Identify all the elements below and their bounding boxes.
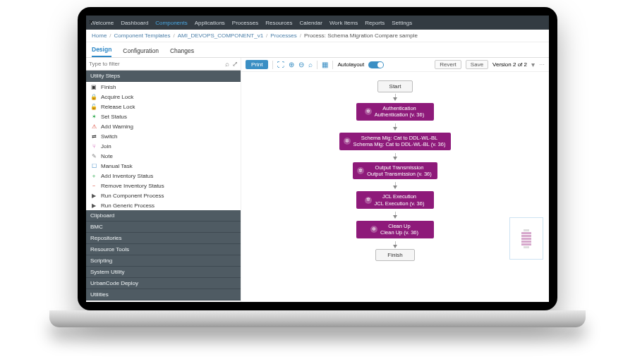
zoom-reset-icon[interactable]: ⌕ [308,61,313,68]
breadcrumb: Home/ Component Templates/ AMI_DEVOPS_CO… [86,30,549,42]
step-icon: ✶ [90,113,97,120]
step-run-generic-process[interactable]: ▶Run Generic Process [86,200,241,210]
zoom-in-icon[interactable]: ⊕ [289,61,294,68]
breadcrumb-link[interactable]: Processes [270,32,296,39]
step-release-lock[interactable]: 🔓Release Lock [86,102,241,111]
screen: × WelcomeDashboardComponentsApplications… [86,16,549,302]
node-label: JCL ExecutionJCL Execution (v. 36) [375,193,425,207]
process-node[interactable]: ✲Clean UpClean Up (v. 36) [356,221,434,238]
autolayout-label: Autolayout [337,61,364,68]
node-label: AuthenticationAuthentication (v. 36) [375,105,424,119]
save-button[interactable]: Save [466,60,488,69]
expand-icon[interactable]: ⤢ [232,60,238,68]
process-node[interactable]: ✲AuthenticationAuthentication (v. 36) [356,103,434,121]
node-icon: ✲ [370,226,377,233]
process-node[interactable]: ✲Output TransmissionOutput Transmission … [353,162,437,180]
flow-diagram: Start✲AuthenticationAuthentication (v. 3… [241,76,549,302]
tab-configuration[interactable]: Configuration [123,47,159,57]
breadcrumb-current: Process: Schema Migration Compare sample [304,32,418,39]
zoom-out-icon[interactable]: ⊖ [298,61,304,68]
tab-changes[interactable]: Changes [170,47,194,57]
node-icon: ✲ [357,167,364,174]
finish-node[interactable]: Finish [375,249,414,261]
step-switch[interactable]: ⇄Switch [86,131,241,141]
nav-calendar[interactable]: Calendar [299,20,322,26]
step-label: Run Component Process [101,193,164,199]
close-icon[interactable]: × [89,18,93,26]
node-icon: ✲ [365,108,372,115]
step-label: Release Lock [101,104,135,110]
tabs: DesignConfigurationChanges [86,42,549,58]
category-urbancode-deploy[interactable]: UrbanCode Deploy [86,278,241,289]
process-node[interactable]: ✲JCL ExecutionJCL Execution (v. 36) [356,191,434,209]
step-run-component-process[interactable]: ▶Run Component Process [86,190,241,200]
nav-welcome[interactable]: Welcome [90,20,114,26]
nav-applications[interactable]: Applications [195,20,225,26]
step-icon: ☐ [90,162,97,169]
category-resource-tools[interactable]: Resource Tools [86,244,241,255]
step-add-warning[interactable]: ⚠Add Warning [86,121,241,131]
breadcrumb-link[interactable]: Home [92,32,107,39]
nav-resources[interactable]: Resources [265,20,292,26]
process-node[interactable]: ✲Schema Mig: Cat to DDL-WL-BLSchema Mig:… [339,133,452,150]
nav-dashboard[interactable]: Dashboard [121,20,148,26]
filter-input[interactable] [89,61,222,67]
category-system-utility[interactable]: System Utility [86,267,241,278]
step-label: Switch [101,133,118,140]
category-open[interactable]: Utility Steps [86,71,241,82]
revert-button[interactable]: Revert [435,60,461,69]
nav-reports[interactable]: Reports [365,20,385,26]
version-label: Version 2 of 2 [492,61,527,68]
step-label: Remove Inventory Status [101,183,164,189]
step-label: Finish [101,84,116,90]
category-clipboard[interactable]: Clipboard [86,210,241,222]
step-acquire-lock[interactable]: 🔒Acquire Lock [86,92,241,102]
print-button[interactable]: Print [246,60,268,69]
minimap[interactable] [509,217,543,260]
breadcrumb-link[interactable]: Component Templates [114,32,171,39]
chevron-down-icon[interactable]: ▾ [531,61,535,68]
step-add-inventory-status[interactable]: ＋Add Inventory Status [86,171,241,181]
node-label: Clean UpClean Up (v. 36) [380,223,418,236]
calendar-icon[interactable]: ▦ [322,61,328,68]
step-label: Add Inventory Status [101,173,153,179]
category-repositories[interactable]: Repositories [86,233,241,244]
start-node[interactable]: Start [377,80,413,92]
category-utilities[interactable]: Utilities [86,289,241,301]
step-label: Acquire Lock [101,94,133,100]
zoom-fit-icon[interactable]: ⛶ [277,61,284,68]
search-icon[interactable]: ⌕ [225,60,229,68]
filter-bar: ⌕ ⤢ [86,58,241,71]
laptop-base [49,310,586,327]
step-label: Join [101,143,111,150]
step-icon: ＋ [90,172,97,179]
top-nav: WelcomeDashboardComponentsApplicationsPr… [86,16,549,30]
category-scripting[interactable]: Scripting [86,255,241,267]
nav-work-items[interactable]: Work Items [329,20,358,26]
canvas-toolbar: Print ⛶ ⊕ ⊖ ⌕ ▦ Autolayout Revert S [241,58,549,72]
nav-components[interactable]: Components [155,20,187,26]
nav-settings[interactable]: Settings [392,20,412,26]
step-icon: ⑂ [90,142,97,150]
step-icon: ⇄ [90,133,97,140]
step-note[interactable]: ✎Note [86,151,241,161]
step-remove-inventory-status[interactable]: －Remove Inventory Status [86,181,241,190]
step-finish[interactable]: ▣Finish [86,82,241,92]
step-label: Set Status [101,114,127,120]
step-set-status[interactable]: ✶Set Status [86,111,241,121]
step-join[interactable]: ⑂Join [86,141,241,151]
breadcrumb-link[interactable]: AMI_DEVOPS_COMPONENT_v1 [178,32,263,39]
step-icon: 🔒 [90,93,97,100]
more-icon[interactable]: ⋯ [539,61,545,68]
step-manual-task[interactable]: ☐Manual Task [86,161,241,171]
node-label: Schema Mig: Cat to DDL-WL-BLSchema Mig: … [353,135,446,148]
canvas[interactable]: Print ⛶ ⊕ ⊖ ⌕ ▦ Autolayout Revert S [241,58,549,302]
category-bmc[interactable]: BMC [86,222,241,233]
nav-processes[interactable]: Processes [232,20,258,26]
step-icon: ▶ [90,192,97,199]
step-icon: ▣ [90,83,97,90]
step-icon: ⚠ [90,123,97,130]
tab-design[interactable]: Design [92,46,111,57]
step-icon: － [90,182,97,189]
autolayout-toggle[interactable] [368,61,384,68]
